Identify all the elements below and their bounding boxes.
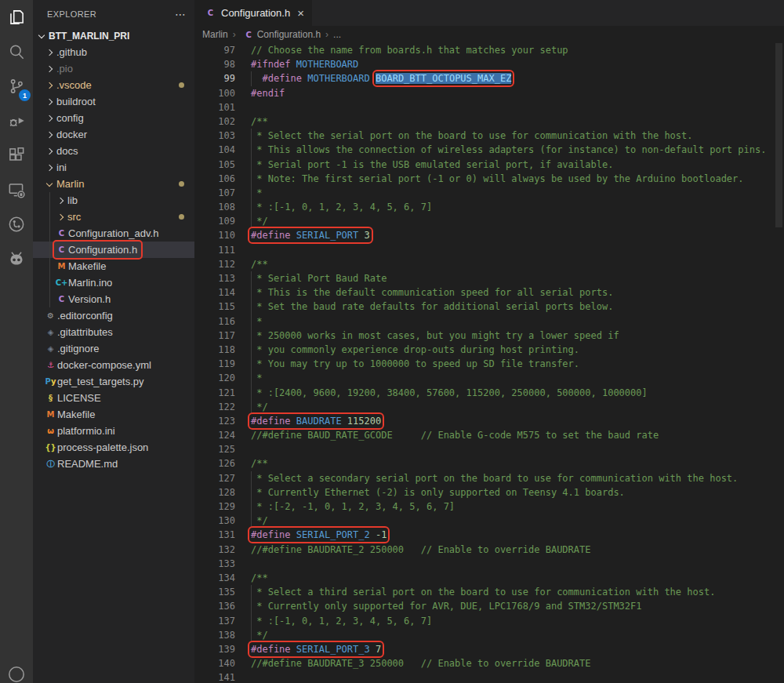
breadcrumb-symbol[interactable]: ... bbox=[333, 29, 341, 40]
account-icon[interactable] bbox=[0, 658, 33, 683]
code-line-122: 122 */ bbox=[194, 400, 784, 414]
explorer-icon[interactable] bbox=[0, 0, 33, 35]
tree-item-label: Makefile bbox=[68, 260, 106, 272]
tree-item-src[interactable]: src bbox=[33, 209, 194, 225]
tree-item-platformio-ini[interactable]: ωplatformio.ini bbox=[33, 423, 194, 439]
tree-item-label: README.md bbox=[57, 458, 118, 470]
line-number: 108 bbox=[194, 200, 235, 214]
file-tree: BTT_MARLIN_PRI.github.pio.vscodebuildroo… bbox=[33, 27, 194, 472]
tree-item-ini[interactable]: ini bbox=[33, 159, 194, 176]
line-number: 136 bbox=[194, 599, 235, 613]
tree-item--gitignore[interactable]: ◈.gitignore bbox=[33, 340, 194, 357]
more-actions-icon[interactable]: ⋯ bbox=[175, 8, 187, 20]
run-and-debug-icon[interactable] bbox=[0, 104, 33, 138]
line-number: 126 bbox=[194, 456, 235, 470]
line-number: 121 bbox=[194, 386, 235, 400]
chevron-right-icon bbox=[44, 165, 56, 170]
tree-item-label: .gitattributes bbox=[57, 326, 113, 338]
tab-bar: C Configuration.h × bbox=[194, 0, 784, 26]
tree-item-marlin-ino[interactable]: C+Marlin.ino bbox=[33, 274, 194, 291]
c-file-icon: C bbox=[55, 295, 68, 303]
breadcrumb-file[interactable]: Configuration.h bbox=[257, 29, 321, 40]
tree-item-label: src bbox=[67, 211, 81, 223]
breadcrumb-folder[interactable]: Marlin bbox=[202, 29, 228, 40]
line-number: 133 bbox=[194, 557, 235, 571]
code-line-121: 121 * :[2400, 9600, 19200, 38400, 57600,… bbox=[194, 386, 784, 400]
tree-item-btt-marlin-pri[interactable]: BTT_MARLIN_PRI bbox=[33, 27, 194, 44]
tree-item-makefile[interactable]: MMakefile bbox=[33, 258, 194, 274]
code-line-119: 119 * You may try up to 1000000 to speed… bbox=[194, 357, 784, 371]
tree-item-configuration-h[interactable]: CConfiguration.h bbox=[33, 242, 194, 258]
tree-item-marlin[interactable]: Marlin bbox=[33, 176, 194, 192]
code-line-99: 99 #define MOTHERBOARD BOARD_BTT_OCTOPUS… bbox=[194, 71, 784, 85]
remote-explorer-icon[interactable] bbox=[0, 173, 33, 207]
tree-item-get-test-targets-py[interactable]: Pyget_test_targets.py bbox=[33, 373, 194, 390]
c-file-icon: C bbox=[55, 229, 68, 238]
tree-item-process-palette-json[interactable]: {}process-palette.json bbox=[33, 439, 194, 456]
line-number: 116 bbox=[194, 314, 235, 329]
line-number: 127 bbox=[194, 471, 235, 485]
code-line-100: 100#endif bbox=[194, 86, 784, 100]
search-icon[interactable] bbox=[0, 35, 33, 69]
tab-configuration-h[interactable]: C Configuration.h × bbox=[194, 0, 312, 26]
code-line-102: 102/** bbox=[194, 114, 784, 129]
c-file-icon: C bbox=[55, 245, 68, 254]
tree-item--gitattributes[interactable]: ◈.gitattributes bbox=[33, 324, 194, 340]
line-number: 131 bbox=[194, 528, 235, 542]
code-line-133: 133 bbox=[194, 557, 784, 571]
tree-item-license[interactable]: §LICENSE bbox=[33, 390, 194, 406]
platformio-icon[interactable] bbox=[0, 242, 33, 276]
code-line-106: 106 * Note: The first serial port (-1 or… bbox=[194, 172, 784, 186]
tree-item-label: docker bbox=[56, 129, 87, 140]
platformio-file-icon: ω bbox=[44, 427, 57, 435]
code-line-98: 98#ifndef MOTHERBOARD bbox=[194, 57, 784, 71]
code-area[interactable]: 97// Choose the name from boards.h that … bbox=[194, 43, 784, 683]
tree-item--github[interactable]: .github bbox=[33, 44, 194, 60]
modified-dot-icon bbox=[179, 82, 184, 88]
tree-item--vscode[interactable]: .vscode bbox=[33, 77, 194, 93]
annotation-red-box: #define BAUDRATE 115200 bbox=[251, 416, 381, 427]
line-number: 113 bbox=[194, 271, 235, 285]
tree-item-makefile[interactable]: MMakefile bbox=[33, 406, 194, 423]
tree-item-label: docs bbox=[56, 145, 78, 157]
makefile-file-icon: M bbox=[55, 262, 68, 271]
code-line-135: 135 * Select a third serial port on the … bbox=[194, 585, 784, 599]
line-number: 122 bbox=[194, 400, 235, 414]
tree-item-docs[interactable]: docs bbox=[33, 143, 194, 159]
tree-item--editorconfig[interactable]: ⚙.editorconfig bbox=[33, 307, 194, 324]
tree-item-configuration-adv-h[interactable]: CConfiguration_adv.h bbox=[33, 225, 194, 242]
line-number: 134 bbox=[194, 571, 235, 585]
code-line-123: 123#define BAUDRATE 115200 bbox=[194, 414, 784, 428]
chevron-right-icon bbox=[44, 116, 56, 121]
git-graph-icon[interactable] bbox=[0, 207, 33, 242]
tree-item-config[interactable]: config bbox=[33, 110, 194, 126]
license-file-icon: § bbox=[44, 394, 57, 402]
tree-item-docker[interactable]: docker bbox=[33, 126, 194, 143]
tree-item--pio[interactable]: .pio bbox=[33, 60, 194, 77]
activity-bar: 1 bbox=[0, 0, 33, 683]
tree-item-lib[interactable]: lib bbox=[33, 192, 194, 209]
code-line-117: 117 * 250000 works in most cases, but yo… bbox=[194, 329, 784, 343]
git-file-icon: ◈ bbox=[44, 328, 57, 336]
tree-item-label: docker-compose.yml bbox=[57, 359, 151, 371]
source-control-icon[interactable]: 1 bbox=[0, 69, 33, 104]
line-number: 135 bbox=[194, 585, 235, 599]
extensions-icon[interactable] bbox=[0, 138, 33, 173]
tab-close-icon[interactable]: × bbox=[297, 7, 304, 19]
tree-item-version-h[interactable]: CVersion.h bbox=[33, 291, 194, 307]
tree-item-readme-md[interactable]: ⓘREADME.md bbox=[33, 456, 194, 472]
line-number: 102 bbox=[194, 114, 235, 129]
line-number: 117 bbox=[194, 329, 235, 343]
json-file-icon: {} bbox=[44, 443, 57, 452]
explorer-title: EXPLORER bbox=[47, 9, 175, 19]
c-file-icon: C bbox=[204, 9, 217, 17]
tree-item-label: .vscode bbox=[56, 79, 92, 91]
tab-label: Configuration.h bbox=[221, 7, 290, 19]
info-file-icon: ⓘ bbox=[44, 459, 57, 470]
tree-item-label: Configuration_adv.h bbox=[68, 227, 158, 239]
code-line-115: 115 * Set the baud rate defaults for add… bbox=[194, 300, 784, 314]
tree-item-buildroot[interactable]: buildroot bbox=[33, 93, 194, 110]
editor-scrollbar[interactable] bbox=[775, 43, 782, 227]
tree-item-docker-compose-yml[interactable]: ⚓docker-compose.yml bbox=[33, 357, 194, 373]
line-number: 109 bbox=[194, 214, 235, 228]
